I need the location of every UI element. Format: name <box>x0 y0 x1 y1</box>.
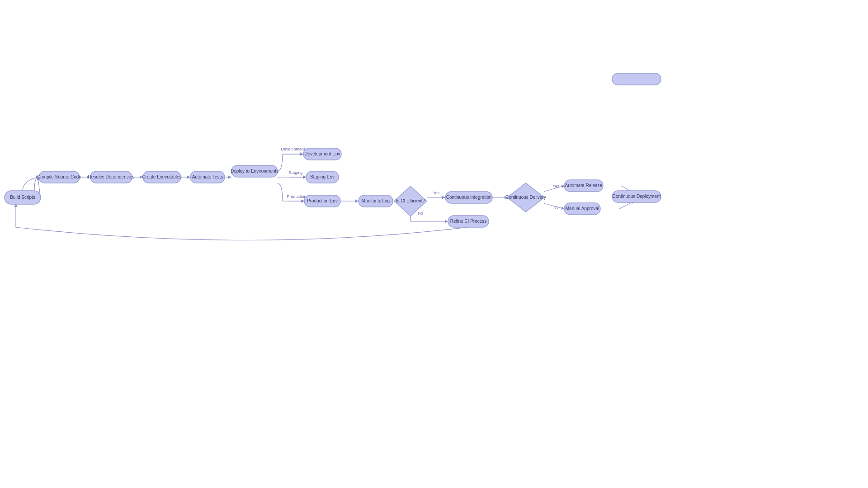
node-prod-env-label: Production Env <box>307 198 338 203</box>
node-create-label: Create Executables <box>142 174 181 179</box>
svg-text:Development: Development <box>281 147 305 151</box>
svg-text:Yes: Yes <box>553 184 560 188</box>
svg-text:No: No <box>553 205 559 210</box>
svg-text:Staging: Staging <box>289 170 303 175</box>
node-automate-release-label: Automate Release <box>565 183 603 188</box>
node-automate-tests-label: Automate Tests <box>192 174 223 179</box>
node-compile-label: Compile Source Code <box>37 174 81 179</box>
node-ci-label: Continuous Integration <box>446 195 492 200</box>
node-resolve-label: Resolve Dependencies <box>88 174 135 179</box>
svg-rect-1 <box>0 0 868 488</box>
svg-text:No: No <box>418 211 423 216</box>
node-refine-label: Refine CI Process <box>450 219 487 224</box>
node-ci-decision-label: Is CI Efficient? <box>396 198 425 203</box>
node-cd-decision-label: Continuous Delivery <box>505 195 546 200</box>
node-cont-deployment-label: Continuous Deployment <box>613 194 661 199</box>
node-deploy-label: Deploy to Environments <box>231 169 278 174</box>
node-dev-env-label: Development Env <box>305 151 340 156</box>
node-build-scripts-label: Build Scripts <box>10 195 35 200</box>
node-staging-env-label: Staging Env <box>310 174 335 179</box>
node-top-right <box>612 73 661 85</box>
node-manual-approval-label: Manual Approval <box>566 206 599 211</box>
node-monitor-label: Monitor & Log <box>362 198 390 203</box>
svg-text:Production: Production <box>287 194 306 199</box>
svg-text:Yes: Yes <box>433 191 440 195</box>
